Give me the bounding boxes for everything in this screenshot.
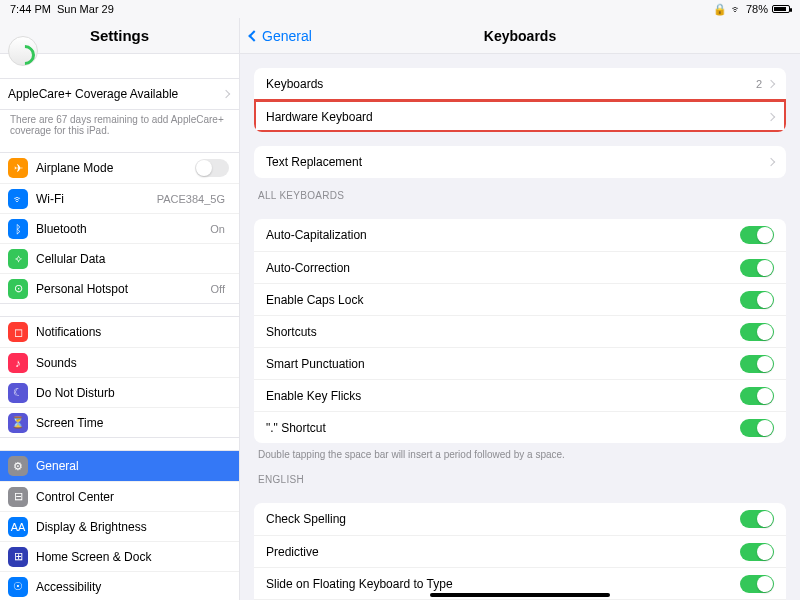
sidebar-item-label: Personal Hotspot: [36, 282, 211, 296]
all-keyboards-label: ALL KEYBOARDS: [254, 178, 786, 205]
row-label: Text Replacement: [266, 155, 768, 169]
row-label: Enable Key Flicks: [266, 389, 740, 403]
row-label: Check Spelling: [266, 512, 740, 526]
sidebar-item-label: Notifications: [36, 325, 229, 339]
row-enable-caps-lock: Enable Caps Lock: [254, 283, 786, 315]
lock-icon: 🔒: [713, 3, 727, 16]
profile-avatar[interactable]: [8, 36, 38, 66]
row-label: Enable Caps Lock: [266, 293, 740, 307]
chevron-left-icon: [248, 30, 259, 41]
row-label: Shortcuts: [266, 325, 740, 339]
row-label: Slide on Floating Keyboard to Type: [266, 577, 740, 591]
sidebar-item-screen-time[interactable]: ⏳Screen Time: [0, 407, 239, 437]
wifi-icon: ᯤ: [731, 3, 742, 15]
sidebar-item-wi-fi[interactable]: ᯤWi-FiPACE384_5G: [0, 183, 239, 213]
row-label: "." Shortcut: [266, 421, 740, 435]
row-keyboards[interactable]: Keyboards2: [254, 68, 786, 100]
status-time: 7:44 PM: [10, 3, 51, 15]
applecare-row[interactable]: AppleCare+ Coverage Available: [0, 79, 239, 109]
screen-time-icon: ⏳: [8, 413, 28, 433]
sidebar-item-personal-hotspot[interactable]: ⊙Personal HotspotOff: [0, 273, 239, 303]
toggle[interactable]: [195, 159, 229, 177]
chevron-right-icon: [767, 80, 775, 88]
toggle[interactable]: [740, 575, 774, 593]
status-date: Sun Mar 29: [57, 3, 114, 15]
bluetooth-icon: ᛒ: [8, 219, 28, 239]
toggle[interactable]: [740, 355, 774, 373]
sidebar-item-general[interactable]: ⚙General: [0, 451, 239, 481]
sidebar-title-bar: Settings: [0, 18, 239, 54]
row-predictive: Predictive: [254, 535, 786, 567]
cellular-data-icon: ⟡: [8, 249, 28, 269]
sidebar-item-cellular-data[interactable]: ⟡Cellular Data: [0, 243, 239, 273]
sidebar-item-value: PACE384_5G: [157, 193, 225, 205]
sidebar-item-label: General: [36, 459, 229, 473]
sidebar-item-label: Home Screen & Dock: [36, 550, 229, 564]
notifications-icon: ◻: [8, 322, 28, 342]
sidebar-title: Settings: [90, 27, 149, 44]
sidebar-item-value: Off: [211, 283, 225, 295]
sidebar-item-label: Bluetooth: [36, 222, 210, 236]
sidebar-item-label: Screen Time: [36, 416, 229, 430]
row-auto-capitalization: Auto-Capitalization: [254, 219, 786, 251]
sidebar-item-home-screen-dock[interactable]: ⊞Home Screen & Dock: [0, 541, 239, 571]
row--shortcut: "." Shortcut: [254, 411, 786, 443]
wi-fi-icon: ᯤ: [8, 189, 28, 209]
home-indicator[interactable]: [430, 593, 610, 597]
sidebar-item-accessibility[interactable]: ☉Accessibility: [0, 571, 239, 600]
all-keyboards-group: Auto-CapitalizationAuto-CorrectionEnable…: [254, 219, 786, 443]
battery-pct: 78%: [746, 3, 768, 15]
chevron-right-icon: [767, 112, 775, 120]
detail-title: Keyboards: [240, 28, 800, 44]
row-smart-punctuation: Smart Punctuation: [254, 347, 786, 379]
general-icon: ⚙: [8, 456, 28, 476]
sidebar-item-label: Accessibility: [36, 580, 229, 594]
sidebar-item-control-center[interactable]: ⊟Control Center: [0, 481, 239, 511]
toggle[interactable]: [740, 226, 774, 244]
sidebar-item-label: Display & Brightness: [36, 520, 229, 534]
toggle[interactable]: [740, 419, 774, 437]
sidebar-item-airplane-mode[interactable]: ✈Airplane Mode: [0, 153, 239, 183]
shortcut-hint: Double tapping the space bar will insert…: [254, 443, 786, 462]
back-button[interactable]: General: [240, 28, 312, 44]
row-hardware-keyboard[interactable]: Hardware Keyboard: [254, 100, 786, 132]
sidebar-item-do-not-disturb[interactable]: ☾Do Not Disturb: [0, 377, 239, 407]
toggle[interactable]: [740, 387, 774, 405]
back-label: General: [262, 28, 312, 44]
chevron-right-icon: [222, 90, 230, 98]
row-text-replacement[interactable]: Text Replacement: [254, 146, 786, 178]
row-label: Auto-Capitalization: [266, 228, 740, 242]
sounds-icon: ♪: [8, 353, 28, 373]
toggle[interactable]: [740, 323, 774, 341]
toggle[interactable]: [740, 543, 774, 561]
sidebar-item-label: Control Center: [36, 490, 229, 504]
sidebar-item-label: Cellular Data: [36, 252, 229, 266]
row-auto-correction: Auto-Correction: [254, 251, 786, 283]
statusbar: 7:44 PM Sun Mar 29 🔒 ᯤ 78%: [0, 0, 800, 18]
row-label: Auto-Correction: [266, 261, 740, 275]
toggle[interactable]: [740, 259, 774, 277]
row-value: 2: [756, 78, 762, 90]
detail-header: General Keyboards: [240, 18, 800, 54]
sidebar-item-label: Wi-Fi: [36, 192, 157, 206]
toggle[interactable]: [740, 291, 774, 309]
applecare-label: AppleCare+ Coverage Available: [8, 87, 223, 101]
sidebar-item-display-brightness[interactable]: AADisplay & Brightness: [0, 511, 239, 541]
row-enable-key-flicks: Enable Key Flicks: [254, 379, 786, 411]
sidebar-item-bluetooth[interactable]: ᛒBluetoothOn: [0, 213, 239, 243]
sidebar: Settings AppleCare+ Coverage Available T…: [0, 18, 240, 600]
row-label: Predictive: [266, 545, 740, 559]
display-brightness-icon: AA: [8, 517, 28, 537]
system-group: ◻Notifications♪Sounds☾Do Not Disturb⏳Scr…: [0, 316, 239, 438]
row-label: Smart Punctuation: [266, 357, 740, 371]
accessibility-icon: ☉: [8, 577, 28, 597]
airplane-mode-icon: ✈: [8, 158, 28, 178]
general-group: ⚙General⊟Control CenterAADisplay & Brigh…: [0, 450, 239, 600]
sidebar-item-sounds[interactable]: ♪Sounds: [0, 347, 239, 377]
sidebar-item-notifications[interactable]: ◻Notifications: [0, 317, 239, 347]
battery-icon: [772, 5, 790, 13]
control-center-icon: ⊟: [8, 487, 28, 507]
toggle[interactable]: [740, 510, 774, 528]
sidebar-item-label: Sounds: [36, 356, 229, 370]
row-check-spelling: Check Spelling: [254, 503, 786, 535]
